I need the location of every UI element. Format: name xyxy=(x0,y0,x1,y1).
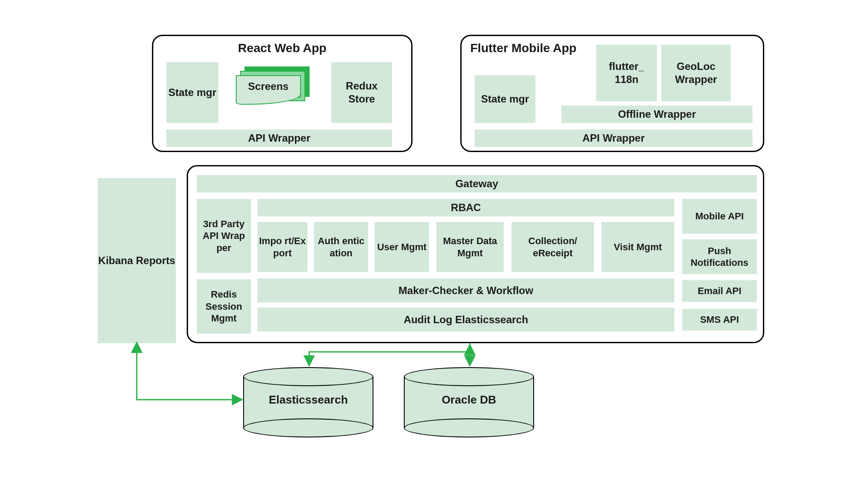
visit-mgmt: Visit Mgmt xyxy=(601,222,674,272)
collection-ereceipt: Collection/ eReceipt xyxy=(512,222,594,272)
authentication: Auth entic ation xyxy=(314,222,368,272)
kibana-reports: Kibana Reports xyxy=(98,178,176,343)
rbac: RBAC xyxy=(257,199,674,216)
sms-api: SMS API xyxy=(682,309,757,331)
master-data-mgmt: Master Data Mgmt xyxy=(436,222,504,272)
mobile-api: Mobile API xyxy=(682,199,757,234)
push-notifications: Push Notifications xyxy=(682,239,757,274)
flutter-geoloc: GeoLoc Wrapper xyxy=(661,45,731,101)
react-api-wrapper: API Wrapper xyxy=(166,129,392,147)
react-state-mgr: State mgr xyxy=(166,62,218,123)
elasticsearch-label: Elasticssearch xyxy=(243,393,373,407)
third-party-api-wrapper: 3rd Party API Wrap per xyxy=(197,199,251,273)
react-redux-store: Redux Store xyxy=(331,62,392,123)
maker-checker-workflow: Maker-Checker & Workflow xyxy=(257,278,674,302)
flutter-state-mgr: State mgr xyxy=(475,75,535,123)
architecture-diagram: React Web App State mgr Screens Redux St… xyxy=(0,0,868,477)
elasticsearch-db: Elasticssearch xyxy=(243,367,373,437)
react-web-app-container: React Web App State mgr Screens Redux St… xyxy=(152,35,413,152)
flutter-offline: Offline Wrapper xyxy=(561,106,752,123)
import-export: Impo rt/Ex port xyxy=(257,222,307,272)
flutter-mobile-app-container: Flutter Mobile App State mgr flutter_ 11… xyxy=(460,35,764,152)
user-mgmt: User Mgmt xyxy=(375,222,429,272)
audit-log-elasticsearch: Audit Log Elasticssearch xyxy=(257,308,674,331)
oracle-label: Oracle DB xyxy=(404,393,534,407)
redis-session-mgmt: Redis Session Mgmt xyxy=(197,279,251,334)
flutter-i18n: flutter_ 118n xyxy=(596,45,657,101)
react-screens: Screens xyxy=(236,66,314,110)
gateway: Gateway xyxy=(197,175,757,192)
react-title: React Web App xyxy=(153,41,411,55)
flutter-api-wrapper: API Wrapper xyxy=(475,129,752,147)
flutter-title: Flutter Mobile App xyxy=(470,41,601,55)
oracle-db: Oracle DB xyxy=(404,367,534,437)
email-api: Email API xyxy=(682,280,757,302)
backend-container: Gateway 3rd Party API Wrap per Redis Ses… xyxy=(187,165,764,343)
